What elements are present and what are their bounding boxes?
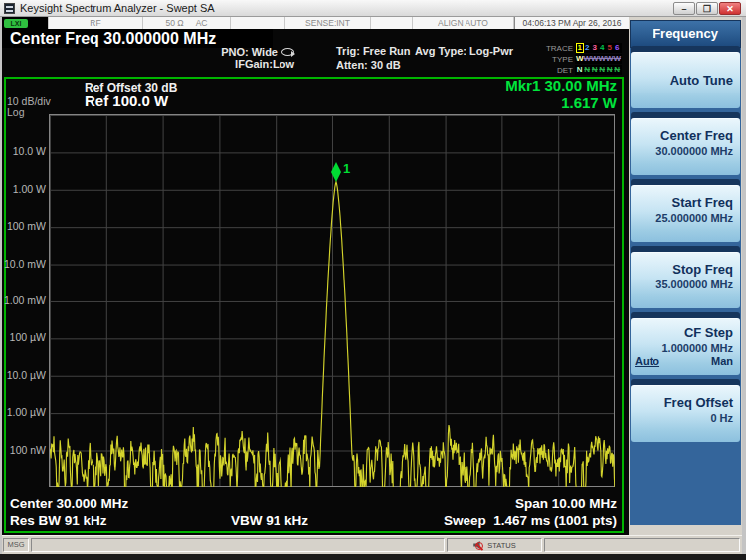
scale-type-annotation: Log [7,106,25,118]
status-field [544,538,740,552]
lxi-badge: LXI [4,19,28,28]
pno-annotation: PNO: Wide [149,46,294,58]
datetime-indicator: 04:06:13 PM Apr 26, 2016 [514,17,629,29]
y-axis-label: 10.0 W [2,145,46,157]
y-axis-label: 100 nW [2,444,46,456]
softkey-panel: Frequency Auto Tune Center Freq 30.00000… [629,17,742,560]
sense-indicator: SENSE:INT [285,17,371,29]
window-title: Keysight Spectrum Analyzer - Swept SA [15,2,215,14]
restore-button[interactable]: ❐ [696,2,718,15]
close-button[interactable]: ✕ [719,2,741,15]
softkey-panel-body: Auto Tune Center Freq 30.000000 MHz Star… [630,48,741,525]
type-label: TYPE [535,55,575,64]
window-border-bottom [0,554,746,560]
y-axis-label: 1.00 W [2,183,46,195]
cf-step-auto: Auto [635,355,659,367]
y-axis-label: 10.0 µW [2,369,46,381]
trace-label: TRACE [535,44,575,53]
auto-tune-button[interactable]: Auto Tune [631,52,740,108]
y-axis-label: 1.00 µW [2,406,46,418]
msg-label: MSG [3,538,29,552]
title-bar: Keysight Spectrum Analyzer - Swept SA – … [0,0,746,17]
span-annotation: Span 10.00 MHz [398,496,617,511]
stop-freq-button[interactable]: Stop Freq 35.000000 MHz [631,252,740,308]
marker-amplitude: 1.617 W [358,94,617,112]
close-icon: ✕ [720,3,740,14]
message-field [31,538,445,552]
message-bar: MSG STATUS [0,535,746,554]
cf-step-button[interactable]: CF Step 1.000000 MHz Auto Man [631,318,740,375]
minimize-button[interactable]: – [673,2,695,15]
sweep-annotation: Sweep 1.467 ms (1001 pts) [358,513,617,528]
avg-type-annotation: Avg Type: Log-Pwr [415,45,513,57]
status-strip: LXI RF 50 Ω AC SENSE:INT ALIGN AUTO 04:0… [2,17,629,29]
menu-title: Frequency [630,20,741,48]
window-border-left [0,17,2,554]
ifgain-annotation: IFGain:Low [149,58,294,70]
rf-indicator: RF [49,17,143,29]
restore-icon: ❐ [697,3,717,14]
center-freq-button[interactable]: Center Freq 30.000000 MHz [631,118,740,175]
loop-icon [281,48,294,56]
app-icon [4,3,15,14]
marker-freq: Mkr1 30.00 MHz [358,77,617,94]
status-button[interactable]: STATUS [447,538,542,552]
marker-diamond [331,162,341,182]
vbw-annotation: VBW 91 kHz [231,513,308,528]
empty-segment [231,17,285,29]
window-border-right [742,17,746,554]
marker-number-label: 1 [343,161,350,176]
type-values: W W W W W W [575,54,622,64]
ref-level-annotation: Ref 100.0 W [85,93,168,109]
coupling-indicator: AC [196,18,208,28]
spectrum-trace: 1 [50,115,615,487]
freq-offset-button[interactable]: Freq Offset 0 Hz [631,385,740,442]
trigger-annotation: Trig: Free Run [336,45,411,57]
lxi-segment: LXI [2,17,49,29]
speaker-mute-icon [472,539,484,551]
input-coupling-segment: 50 Ω AC [143,17,231,29]
y-axis-label: 100 mW [2,220,46,232]
empty-segment [371,17,413,29]
atten-annotation: Atten: 30 dB [336,59,401,71]
minimize-icon: – [674,3,694,14]
trace-legend: TRACE 1 2 3 4 5 6 TYPE W W W W W W DET N… [535,43,622,76]
rbw-annotation: Res BW 91 kHz [10,513,107,528]
align-indicator: ALIGN AUTO [413,17,514,29]
trace-numbers: 1 2 3 4 5 6 [575,43,622,53]
impedance-indicator: 50 Ω [166,18,184,28]
marker-readout: Mkr1 30.00 MHz 1.617 W [358,77,617,112]
y-axis-label: 10.0 mW [2,258,46,270]
det-label: DET [535,66,575,75]
det-values: N N N N N N [575,65,622,75]
cf-step-man: Man [711,355,733,367]
start-freq-button[interactable]: Start Freq 25.000000 MHz [631,185,740,242]
y-axis-label: 100 µW [2,331,46,343]
y-axis-label: 1.00 mW [2,294,46,306]
center-annotation: Center 30.000 MHz [10,496,128,511]
